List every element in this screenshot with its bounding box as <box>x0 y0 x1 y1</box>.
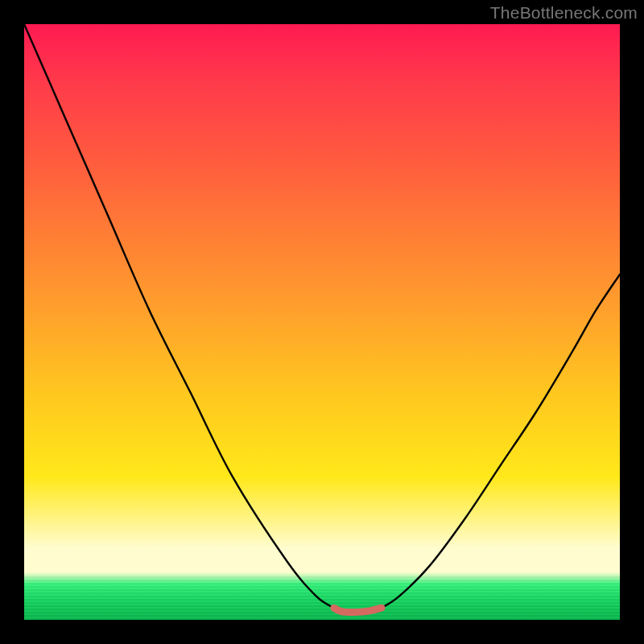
curve-left-branch <box>24 24 334 608</box>
watermark-text: TheBottleneck.com <box>490 3 638 23</box>
curve-right-branch <box>382 275 620 608</box>
outer-frame: TheBottleneck.com <box>0 0 644 644</box>
chart-svg <box>24 24 620 620</box>
valley-marker <box>334 608 382 612</box>
plot-area <box>24 24 620 620</box>
